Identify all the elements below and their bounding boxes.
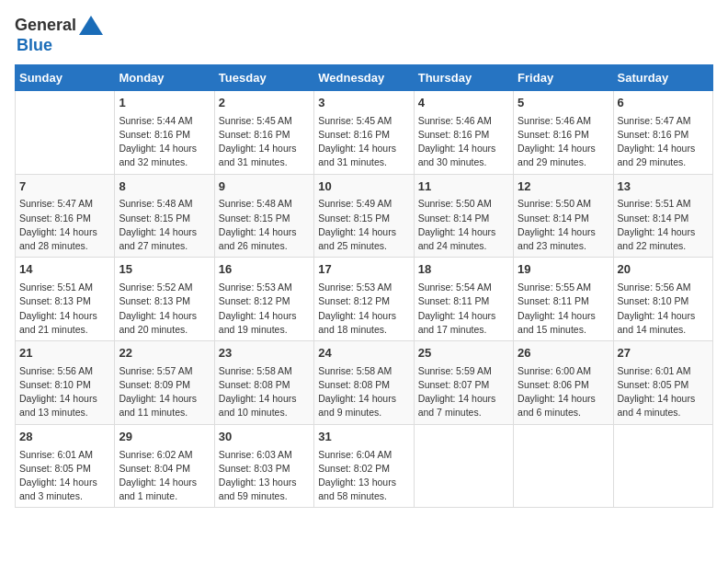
calendar-cell: 17Sunrise: 5:53 AM Sunset: 8:12 PM Dayli…: [314, 258, 414, 341]
day-number: 1: [119, 95, 210, 112]
day-info: Sunrise: 6:00 AM Sunset: 8:06 PM Dayligh…: [518, 364, 609, 420]
day-number: 29: [119, 429, 210, 446]
day-number: 8: [119, 178, 210, 196]
calendar-week-row: 28Sunrise: 6:01 AM Sunset: 8:05 PM Dayli…: [16, 424, 713, 508]
day-info: Sunrise: 5:56 AM Sunset: 8:10 PM Dayligh…: [618, 281, 709, 337]
calendar-cell: [514, 424, 613, 508]
calendar-cell: [16, 90, 115, 174]
calendar-cell: 25Sunrise: 5:59 AM Sunset: 8:07 PM Dayli…: [414, 340, 513, 424]
day-info: Sunrise: 5:48 AM Sunset: 8:15 PM Dayligh…: [119, 197, 210, 253]
day-number: 28: [19, 429, 110, 446]
calendar-cell: 22Sunrise: 5:57 AM Sunset: 8:09 PM Dayli…: [115, 340, 214, 424]
day-info: Sunrise: 5:58 AM Sunset: 8:08 PM Dayligh…: [219, 364, 310, 420]
day-info: Sunrise: 5:55 AM Sunset: 8:11 PM Dayligh…: [518, 281, 609, 337]
calendar-cell: 11Sunrise: 5:50 AM Sunset: 8:14 PM Dayli…: [414, 174, 513, 258]
day-number: 19: [518, 261, 609, 279]
day-info: Sunrise: 5:47 AM Sunset: 8:16 PM Dayligh…: [618, 114, 709, 170]
day-info: Sunrise: 5:53 AM Sunset: 8:12 PM Dayligh…: [318, 281, 409, 337]
day-number: 18: [418, 261, 509, 279]
logo-icon: [78, 15, 104, 37]
calendar-cell: 2Sunrise: 5:45 AM Sunset: 8:16 PM Daylig…: [214, 90, 313, 174]
day-info: Sunrise: 5:44 AM Sunset: 8:16 PM Dayligh…: [119, 114, 210, 170]
calendar-week-row: 1Sunrise: 5:44 AM Sunset: 8:16 PM Daylig…: [16, 90, 713, 174]
calendar-cell: 20Sunrise: 5:56 AM Sunset: 8:10 PM Dayli…: [613, 258, 712, 341]
day-number: 22: [119, 345, 210, 362]
day-info: Sunrise: 5:52 AM Sunset: 8:13 PM Dayligh…: [119, 281, 210, 337]
day-info: Sunrise: 6:04 AM Sunset: 8:02 PM Dayligh…: [318, 448, 409, 504]
svg-marker-0: [79, 16, 103, 35]
day-number: 9: [219, 178, 310, 196]
calendar-cell: 24Sunrise: 5:58 AM Sunset: 8:08 PM Dayli…: [314, 340, 414, 424]
calendar-day-header: Saturday: [613, 64, 712, 90]
day-number: 16: [219, 261, 310, 279]
day-info: Sunrise: 5:46 AM Sunset: 8:16 PM Dayligh…: [418, 114, 509, 170]
day-number: 15: [119, 261, 210, 279]
calendar-cell: 1Sunrise: 5:44 AM Sunset: 8:16 PM Daylig…: [115, 90, 214, 174]
calendar-cell: 8Sunrise: 5:48 AM Sunset: 8:15 PM Daylig…: [115, 174, 214, 258]
day-number: 23: [219, 345, 310, 362]
day-info: Sunrise: 5:57 AM Sunset: 8:09 PM Dayligh…: [119, 364, 210, 420]
calendar-cell: 28Sunrise: 6:01 AM Sunset: 8:05 PM Dayli…: [16, 424, 115, 508]
calendar-cell: 19Sunrise: 5:55 AM Sunset: 8:11 PM Dayli…: [514, 258, 613, 341]
calendar-cell: 5Sunrise: 5:46 AM Sunset: 8:16 PM Daylig…: [514, 90, 613, 174]
calendar-cell: 10Sunrise: 5:49 AM Sunset: 8:15 PM Dayli…: [314, 174, 414, 258]
day-number: 11: [418, 178, 509, 196]
day-info: Sunrise: 5:45 AM Sunset: 8:16 PM Dayligh…: [219, 114, 310, 170]
calendar-cell: 6Sunrise: 5:47 AM Sunset: 8:16 PM Daylig…: [613, 90, 712, 174]
day-info: Sunrise: 5:56 AM Sunset: 8:10 PM Dayligh…: [19, 364, 110, 420]
page-header: General Blue: [15, 15, 713, 55]
calendar-table: SundayMondayTuesdayWednesdayThursdayFrid…: [15, 64, 713, 509]
day-info: Sunrise: 6:02 AM Sunset: 8:04 PM Dayligh…: [119, 448, 210, 504]
day-number: 3: [318, 95, 409, 112]
day-info: Sunrise: 5:51 AM Sunset: 8:13 PM Dayligh…: [19, 281, 110, 337]
day-info: Sunrise: 5:59 AM Sunset: 8:07 PM Dayligh…: [418, 364, 509, 420]
calendar-header-row: SundayMondayTuesdayWednesdayThursdayFrid…: [16, 64, 713, 90]
calendar-cell: 16Sunrise: 5:53 AM Sunset: 8:12 PM Dayli…: [214, 258, 313, 341]
day-info: Sunrise: 5:48 AM Sunset: 8:15 PM Dayligh…: [219, 197, 310, 253]
day-number: 27: [618, 345, 709, 362]
day-number: 13: [618, 178, 709, 196]
calendar-day-header: Thursday: [414, 64, 513, 90]
calendar-cell: 23Sunrise: 5:58 AM Sunset: 8:08 PM Dayli…: [214, 340, 313, 424]
day-info: Sunrise: 5:50 AM Sunset: 8:14 PM Dayligh…: [518, 197, 609, 253]
day-info: Sunrise: 6:03 AM Sunset: 8:03 PM Dayligh…: [219, 448, 310, 504]
day-info: Sunrise: 5:46 AM Sunset: 8:16 PM Dayligh…: [518, 114, 609, 170]
calendar-cell: 26Sunrise: 6:00 AM Sunset: 8:06 PM Dayli…: [514, 340, 613, 424]
calendar-cell: 7Sunrise: 5:47 AM Sunset: 8:16 PM Daylig…: [16, 174, 115, 258]
day-number: 24: [318, 345, 409, 362]
day-number: 10: [318, 178, 409, 196]
calendar-cell: 21Sunrise: 5:56 AM Sunset: 8:10 PM Dayli…: [16, 340, 115, 424]
calendar-day-header: Wednesday: [314, 64, 414, 90]
calendar-cell: 15Sunrise: 5:52 AM Sunset: 8:13 PM Dayli…: [115, 258, 214, 341]
calendar-week-row: 7Sunrise: 5:47 AM Sunset: 8:16 PM Daylig…: [16, 174, 713, 258]
calendar-day-header: Tuesday: [214, 64, 313, 90]
day-info: Sunrise: 5:51 AM Sunset: 8:14 PM Dayligh…: [618, 197, 709, 253]
day-number: 31: [318, 429, 409, 446]
calendar-cell: 3Sunrise: 5:45 AM Sunset: 8:16 PM Daylig…: [314, 90, 414, 174]
day-number: 17: [318, 261, 409, 279]
day-info: Sunrise: 6:01 AM Sunset: 8:05 PM Dayligh…: [618, 364, 709, 420]
day-info: Sunrise: 6:01 AM Sunset: 8:05 PM Dayligh…: [19, 448, 110, 504]
day-number: 20: [618, 261, 709, 279]
day-info: Sunrise: 5:47 AM Sunset: 8:16 PM Dayligh…: [19, 197, 110, 253]
day-number: 2: [219, 95, 310, 112]
day-number: 6: [618, 95, 709, 112]
day-number: 7: [19, 178, 110, 196]
calendar-cell: 18Sunrise: 5:54 AM Sunset: 8:11 PM Dayli…: [414, 258, 513, 341]
day-number: 21: [19, 345, 110, 362]
day-number: 26: [518, 345, 609, 362]
day-number: 5: [518, 95, 609, 112]
day-info: Sunrise: 5:54 AM Sunset: 8:11 PM Dayligh…: [418, 281, 509, 337]
calendar-cell: 30Sunrise: 6:03 AM Sunset: 8:03 PM Dayli…: [214, 424, 313, 508]
calendar-cell: 14Sunrise: 5:51 AM Sunset: 8:13 PM Dayli…: [16, 258, 115, 341]
day-number: 30: [219, 429, 310, 446]
calendar-day-header: Sunday: [16, 64, 115, 90]
calendar-week-row: 21Sunrise: 5:56 AM Sunset: 8:10 PM Dayli…: [16, 340, 713, 424]
day-number: 4: [418, 95, 509, 112]
calendar-cell: 31Sunrise: 6:04 AM Sunset: 8:02 PM Dayli…: [314, 424, 414, 508]
logo-text-general: General: [15, 17, 76, 35]
calendar-day-header: Friday: [514, 64, 613, 90]
day-number: 12: [518, 178, 609, 196]
calendar-week-row: 14Sunrise: 5:51 AM Sunset: 8:13 PM Dayli…: [16, 258, 713, 341]
logo-text-blue: Blue: [17, 37, 104, 55]
